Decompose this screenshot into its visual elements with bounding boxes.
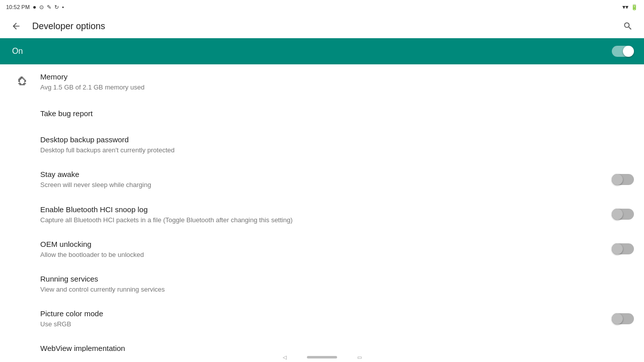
stay-awake-toggle-thumb <box>612 174 623 185</box>
list-item-webview-implementation[interactable]: WebView implementationAndroid System Web… <box>0 336 644 352</box>
webview-implementation-text: WebView implementationAndroid System Web… <box>40 343 634 352</box>
picture-color-mode-toggle[interactable] <box>612 313 634 325</box>
wifi-icon: ▾▾ <box>622 4 628 11</box>
status-time: 10:52 PM <box>6 4 30 10</box>
status-left: 10:52 PM ● ⊙ ✎ ↻ • <box>6 4 64 11</box>
enable-bluetooth-hci-text: Enable Bluetooth HCI snoop logCapture al… <box>40 204 606 225</box>
settings-list: MemoryAvg 1.5 GB of 2.1 GB memory usedTa… <box>0 64 644 352</box>
desktop-backup-password-text: Desktop backup passwordDesktop full back… <box>40 134 634 155</box>
list-item-enable-bluetooth-hci[interactable]: Enable Bluetooth HCI snoop logCapture al… <box>0 197 644 232</box>
toggle-thumb <box>623 46 634 57</box>
picture-color-mode-subtitle: Use sRGB <box>40 320 606 329</box>
list-item-oem-unlocking[interactable]: OEM unlockingAllow the bootloader to be … <box>0 232 644 266</box>
desktop-backup-password-subtitle: Desktop full backups aren't currently pr… <box>40 146 634 155</box>
stay-awake-toggle[interactable] <box>612 173 634 186</box>
memory-text: MemoryAvg 1.5 GB of 2.1 GB memory used <box>40 71 634 92</box>
enable-bluetooth-hci-subtitle: Capture all Bluetooth HCI packets in a f… <box>40 216 606 225</box>
enable-bluetooth-hci-title: Enable Bluetooth HCI snoop log <box>40 204 606 215</box>
list-item-running-services[interactable]: Running servicesView and control current… <box>0 266 644 301</box>
picture-color-mode-text: Picture color modeUse sRGB <box>40 308 606 329</box>
status-right: ▾▾ 🔋 <box>622 4 638 11</box>
bottom-nav-bar: ◁ ▭ <box>0 352 644 362</box>
back-nav-icon[interactable]: ◁ <box>283 354 287 360</box>
running-services-text: Running servicesView and control current… <box>40 274 634 294</box>
enable-bluetooth-hci-toggle-thumb <box>612 209 623 220</box>
take-bug-report-title: Take bug report <box>40 108 634 119</box>
list-item-picture-color-mode[interactable]: Picture color modeUse sRGB <box>0 301 644 336</box>
battery-icon: 🔋 <box>631 4 638 11</box>
page-title: Developer options <box>32 21 620 32</box>
take-bug-report-text: Take bug report <box>40 108 634 119</box>
back-button[interactable] <box>8 18 24 34</box>
picture-color-mode-title: Picture color mode <box>40 308 606 319</box>
picture-color-mode-action <box>612 313 634 325</box>
memory-icon <box>12 75 32 88</box>
developer-options-toggle-bar[interactable]: On <box>0 38 644 64</box>
stay-awake-action <box>612 173 634 186</box>
circle-icon: ● <box>33 4 36 11</box>
toolbar: Developer options <box>0 14 644 38</box>
memory-title: Memory <box>40 71 634 82</box>
oem-unlocking-text: OEM unlockingAllow the bootloader to be … <box>40 239 606 259</box>
running-services-title: Running services <box>40 274 634 284</box>
edit-icon: ✎ <box>47 4 51 11</box>
home-nav-pill[interactable] <box>307 356 337 358</box>
list-item-memory[interactable]: MemoryAvg 1.5 GB of 2.1 GB memory used <box>0 64 644 99</box>
memory-subtitle: Avg 1.5 GB of 2.1 GB memory used <box>40 83 634 92</box>
stay-awake-subtitle: Screen will never sleep while charging <box>40 180 606 190</box>
enable-bluetooth-hci-action <box>612 208 634 220</box>
search-button[interactable] <box>620 18 636 34</box>
on-label: On <box>12 47 23 56</box>
settings-icon: ⊙ <box>39 4 44 11</box>
picture-color-mode-toggle-thumb <box>612 313 623 324</box>
stay-awake-text: Stay awakeScreen will never sleep while … <box>40 169 606 190</box>
developer-options-toggle[interactable] <box>612 45 634 57</box>
enable-bluetooth-hci-toggle[interactable] <box>612 208 634 220</box>
list-item-stay-awake[interactable]: Stay awakeScreen will never sleep while … <box>0 162 644 197</box>
sync-icon: ↻ <box>54 4 59 11</box>
desktop-backup-password-title: Desktop backup password <box>40 134 634 145</box>
running-services-subtitle: View and control currently running servi… <box>40 285 634 294</box>
oem-unlocking-subtitle: Allow the bootloader to be unlocked <box>40 250 606 259</box>
list-item-desktop-backup-password[interactable]: Desktop backup passwordDesktop full back… <box>0 127 644 162</box>
webview-implementation-title: WebView implementation <box>40 343 634 352</box>
status-bar: 10:52 PM ● ⊙ ✎ ↻ • ▾▾ 🔋 <box>0 0 644 14</box>
extra-icon: • <box>62 4 64 10</box>
stay-awake-title: Stay awake <box>40 169 606 179</box>
recents-nav-icon[interactable]: ▭ <box>357 354 362 360</box>
list-item-take-bug-report[interactable]: Take bug report <box>0 99 644 127</box>
oem-unlocking-toggle[interactable] <box>612 243 634 255</box>
oem-unlocking-title: OEM unlocking <box>40 239 606 249</box>
oem-unlocking-action <box>612 243 634 255</box>
